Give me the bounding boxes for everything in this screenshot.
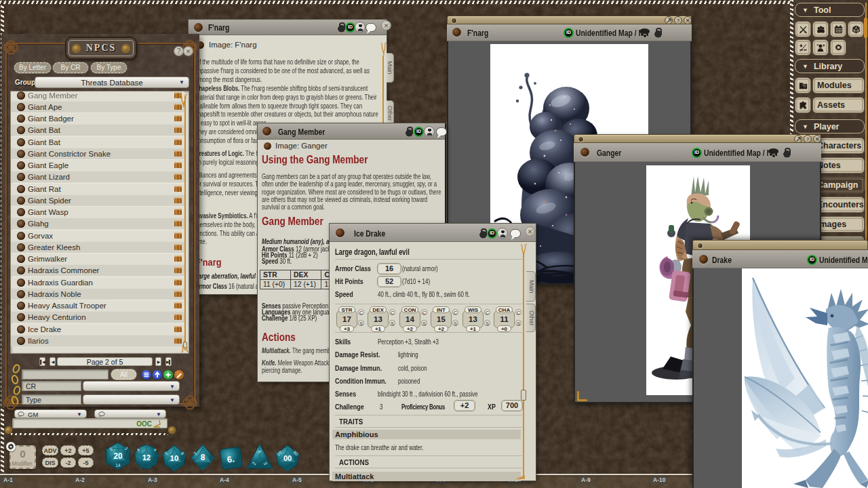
svg-text:20: 20	[113, 451, 123, 461]
svg-text:6.: 6.	[226, 453, 235, 464]
svg-text:8: 8	[201, 453, 205, 462]
svg-text:14: 14	[115, 463, 121, 468]
svg-text:12: 12	[142, 453, 151, 462]
svg-text:00: 00	[283, 454, 292, 462]
svg-text:10: 10	[170, 454, 179, 462]
